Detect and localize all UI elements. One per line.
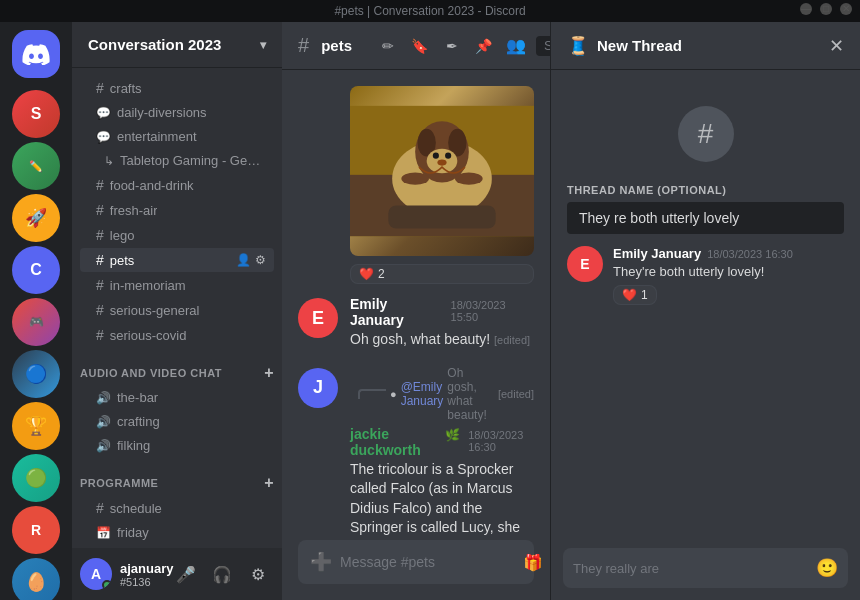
server-name-label: Conversation 2023 (88, 36, 221, 53)
category-programme-add[interactable]: + (264, 474, 274, 492)
members-icon[interactable]: 👥 (504, 34, 528, 58)
category-programme[interactable]: PROGRAMME + (72, 458, 282, 496)
messages-container: ❤️ 2 E Emily January 18/03/2023 15:50 Oh… (282, 70, 550, 540)
server-icon-5[interactable]: 🎮 (12, 298, 60, 346)
channel-item-serious-general[interactable]: # serious-general (80, 298, 274, 322)
channel-item-pets[interactable]: # pets 👤 ⚙ (80, 248, 274, 272)
channel-item-crafts[interactable]: # crafts (80, 76, 274, 100)
chat-header: # pets ✏ 🔖 ✒ 📌 👥 🔍 📥 ? (282, 22, 550, 70)
server-icon-9[interactable]: R (12, 506, 60, 554)
pencil-icon[interactable]: ✏ (376, 34, 400, 58)
server-icon-8[interactable]: 🟢 (12, 454, 60, 502)
thread-input[interactable] (573, 561, 810, 576)
author-emily-1: Emily January (350, 296, 443, 328)
avatar-jackie: J (298, 368, 338, 408)
msg-text-2: The tricolour is a Sprocker called Falco… (350, 461, 534, 540)
author-jackie: jackie duckworth (350, 426, 437, 458)
user-name: ajanuary (120, 561, 162, 576)
thread-name-section: THREAD NAME (OPTIONAL) (567, 184, 844, 234)
thread-msg-author: Emily January (613, 246, 701, 261)
close-btn[interactable]: ✕ (840, 3, 852, 15)
message-2: J ● @Emily January Oh gosh, what beauty!… (298, 366, 534, 540)
channel-item-food[interactable]: # food-and-drink (80, 173, 274, 197)
jackie-badge: 🌿 (445, 428, 460, 442)
channel-item-entertainment[interactable]: 💬 entertainment (80, 125, 274, 148)
svg-point-11 (455, 173, 483, 185)
channel-item-fresh-air[interactable]: # fresh-air (80, 198, 274, 222)
svg-point-7 (433, 153, 439, 159)
edit-icon[interactable]: ✒ (440, 34, 464, 58)
minimize-btn[interactable]: — (800, 3, 812, 15)
channel-item-in-memoriam[interactable]: # in-memoriam (80, 273, 274, 297)
headset-button[interactable]: 🎧 (206, 558, 238, 590)
thread-channel-icon: # (567, 86, 844, 172)
message-1: E Emily January 18/03/2023 15:50 Oh gosh… (298, 296, 534, 350)
channel-item-filking[interactable]: 🔊 filking (80, 434, 274, 457)
maximize-btn[interactable]: □ (820, 3, 832, 15)
server-icon-discord[interactable] (12, 30, 60, 78)
thread-icon: 🧵 (567, 35, 589, 57)
edited-tag-1: [edited] (494, 334, 530, 346)
reply-text: Oh gosh, what beauty! (447, 366, 494, 422)
user-tag: #5136 (120, 576, 162, 588)
window-title: #pets | Conversation 2023 - Discord (334, 4, 525, 18)
mic-button[interactable]: 🎤 (170, 558, 202, 590)
thread-avatar-emily: E (567, 246, 603, 282)
thread-msg-time: 18/03/2023 16:30 (707, 248, 793, 260)
thread-header: 🧵 New Thread ✕ (551, 22, 860, 70)
pin-icon[interactable]: 📌 (472, 34, 496, 58)
timestamp-2: 18/03/2023 16:30 (468, 429, 534, 453)
channel-item-schedule[interactable]: # schedule (80, 496, 274, 520)
bookmark-icon[interactable]: 🔖 (408, 34, 432, 58)
header-channel-icon: # (298, 34, 309, 57)
main-chat: # pets ✏ 🔖 ✒ 📌 👥 🔍 📥 ? (282, 22, 550, 600)
dog-photo-container (350, 86, 534, 256)
channel-item-tabletop[interactable]: ↳ Tabletop Gaming - Gene... (80, 149, 274, 172)
server-name-chevron: ▾ (260, 38, 266, 52)
svg-point-8 (445, 153, 451, 159)
thread-msg-reaction[interactable]: ❤️ 1 (613, 285, 657, 305)
channel-item-bar[interactable]: 🔊 the-bar (80, 386, 274, 409)
server-icon-3[interactable]: 🚀 (12, 194, 60, 242)
add-member-icon[interactable]: 👤 (236, 253, 251, 267)
channel-item-friday[interactable]: 📅 friday (80, 521, 274, 544)
thread-emoji-button[interactable]: 🙂 (816, 557, 838, 579)
user-bar: A ajanuary #5136 🎤 🎧 ⚙ (72, 548, 282, 600)
chat-input[interactable] (340, 554, 515, 570)
svg-point-9 (437, 160, 446, 166)
thread-close-button[interactable]: ✕ (829, 35, 844, 57)
thread-title-label: New Thread (597, 37, 682, 54)
channel-item-serious-covid[interactable]: # serious-covid (80, 323, 274, 347)
server-icon-1[interactable]: S (12, 90, 60, 138)
svg-rect-12 (388, 206, 495, 229)
chat-input-area: ➕ 🎁 GIF 📎 😊 (282, 540, 550, 600)
channel-item-crafting[interactable]: 🔊 crafting (80, 410, 274, 433)
reply-indicator: ● @Emily January Oh gosh, what beauty! [… (350, 366, 534, 422)
category-audio-add[interactable]: + (264, 364, 274, 382)
category-audio-video[interactable]: AUDIO AND VIDEO CHAT + (72, 348, 282, 386)
channel-item-lego[interactable]: # lego (80, 223, 274, 247)
server-icon-6[interactable]: 🔵 (12, 350, 60, 398)
gift-icon[interactable]: 🎁 (523, 553, 543, 572)
channel-item-daily[interactable]: 💬 daily-diversions (80, 101, 274, 124)
server-icon-7[interactable]: 🏆 (12, 402, 60, 450)
thread-input-area: 🙂 (551, 548, 860, 600)
server-icon-2[interactable]: ✏️ (12, 142, 60, 190)
add-button[interactable]: ➕ (310, 551, 332, 573)
server-icon-4[interactable]: C (12, 246, 60, 294)
user-settings-button[interactable]: ⚙ (242, 558, 274, 590)
photo-reaction[interactable]: ❤️ 2 (350, 264, 534, 284)
server-sidebar: S ✏️ 🚀 C 🎮 🔵 🏆 🟢 R 🥚 (0, 22, 72, 600)
server-name-bar[interactable]: Conversation 2023 ▾ (72, 22, 282, 68)
dog-photo (350, 86, 534, 256)
thread-message-1: E Emily January 18/03/2023 16:30 They're… (567, 246, 844, 305)
category-audio-label: AUDIO AND VIDEO CHAT (80, 367, 222, 379)
server-icon-10[interactable]: 🥚 (12, 558, 60, 600)
category-programme-label: PROGRAMME (80, 477, 158, 489)
user-avatar: A (80, 558, 112, 590)
settings-icon[interactable]: ⚙ (255, 253, 266, 267)
reply-edited: [edited] (498, 388, 534, 400)
thread-name-input[interactable] (567, 202, 844, 234)
thread-panel: 🧵 New Thread ✕ # THREAD NAME (OPTIONAL) … (550, 22, 860, 600)
thread-msg-text: They're both utterly lovely! (613, 263, 844, 281)
